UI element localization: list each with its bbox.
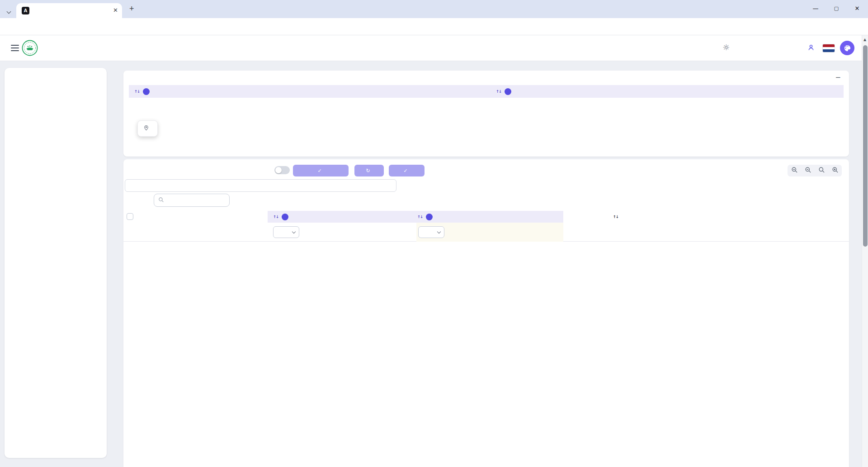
tab-close-icon[interactable]: ✕ xyxy=(113,7,118,14)
filter-count-badge xyxy=(143,88,150,95)
filter-count-badge xyxy=(282,214,288,220)
receptie-search[interactable] xyxy=(154,194,230,207)
search-icon xyxy=(158,196,164,205)
filter-count-badge xyxy=(505,88,511,95)
filter-count-badge xyxy=(426,214,433,220)
bron-filter-dropdown[interactable] xyxy=(418,226,444,238)
collapse-panel-icon[interactable]: − xyxy=(835,73,841,81)
angular-favicon: A xyxy=(22,7,29,14)
tab-search-icon[interactable] xyxy=(7,7,11,11)
hamburger-menu-icon[interactable] xyxy=(11,45,19,53)
location-tooltip xyxy=(137,120,158,137)
reset-button[interactable]: ↻ xyxy=(354,165,384,176)
artikel-filter-dropdown[interactable] xyxy=(273,226,299,238)
new-tab-button[interactable]: + xyxy=(129,4,134,14)
validated-toggle[interactable] xyxy=(274,166,290,174)
col-gewicht[interactable] xyxy=(650,211,693,223)
zoom-out-icon[interactable] xyxy=(791,167,798,175)
zoom-out-alt-icon[interactable] xyxy=(805,167,811,175)
location-pin-icon xyxy=(143,125,149,132)
browser-window: A ✕ + — ▢ ✕ ← → ↻ ☆ ✓ ⋮ xyxy=(0,0,868,467)
search-icon[interactable] xyxy=(818,167,825,175)
foodbank-logo xyxy=(22,40,38,58)
table-header: ↑↓ ↑↓ ↑↓ xyxy=(123,211,849,223)
col-hoeveelheid[interactable]: ↑↓ xyxy=(551,211,618,223)
stock-panel: ✓ ↻ ✓ ↑↓ ↑↓ xyxy=(123,159,849,467)
col-bron-depot[interactable]: ↑↓ xyxy=(416,211,433,223)
theme-palette-button[interactable] xyxy=(840,41,854,55)
window-maximize-button[interactable]: ▢ xyxy=(827,2,845,15)
scroll-up-icon[interactable]: ▲ xyxy=(863,38,866,42)
select-all-checkbox[interactable] xyxy=(127,213,133,220)
app-header xyxy=(0,35,868,61)
bron-depot-column-header[interactable]: ↑↓ xyxy=(129,85,491,98)
theme-toggle-icon[interactable]: ☼ xyxy=(722,43,730,52)
filter-chips-bar xyxy=(125,179,396,192)
zoom-in-icon[interactable] xyxy=(832,167,839,175)
page-scrollbar[interactable]: ▲ xyxy=(862,35,868,467)
sidebar xyxy=(5,68,107,458)
user-person-icon[interactable] xyxy=(807,44,815,53)
window-close-button[interactable]: ✕ xyxy=(848,2,866,15)
doel-depot-column-header[interactable]: ↑↓ xyxy=(491,85,844,98)
filtered-columns-background xyxy=(268,211,563,223)
mark-checked-button[interactable]: ✓ xyxy=(293,165,349,176)
table-filter-row xyxy=(123,223,849,242)
validate-button[interactable]: ✓ xyxy=(389,165,425,176)
col-artikel[interactable]: ↑↓ xyxy=(272,211,288,223)
scrollbar-thumb[interactable] xyxy=(863,45,868,247)
language-flag-nl[interactable] xyxy=(823,44,835,52)
browser-tab[interactable]: A ✕ xyxy=(16,3,122,18)
browser-toolbar: ← → ↻ ☆ ✓ ⋮ xyxy=(0,18,868,35)
browser-tabstrip: A ✕ + — ▢ ✕ xyxy=(0,0,868,18)
transfer-table-header: ↑↓ ↑↓ xyxy=(129,85,844,98)
transfer-panel: − ↑↓ ↑↓ xyxy=(123,71,849,157)
window-minimize-button[interactable]: — xyxy=(807,2,825,15)
search-input[interactable] xyxy=(167,197,217,204)
zoom-controls xyxy=(788,165,842,176)
